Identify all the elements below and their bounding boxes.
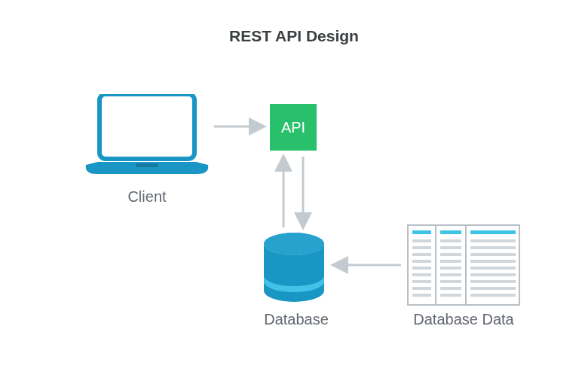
arrows-layer <box>0 0 588 384</box>
diagram-canvas: REST API Design Client API Database <box>0 0 588 384</box>
